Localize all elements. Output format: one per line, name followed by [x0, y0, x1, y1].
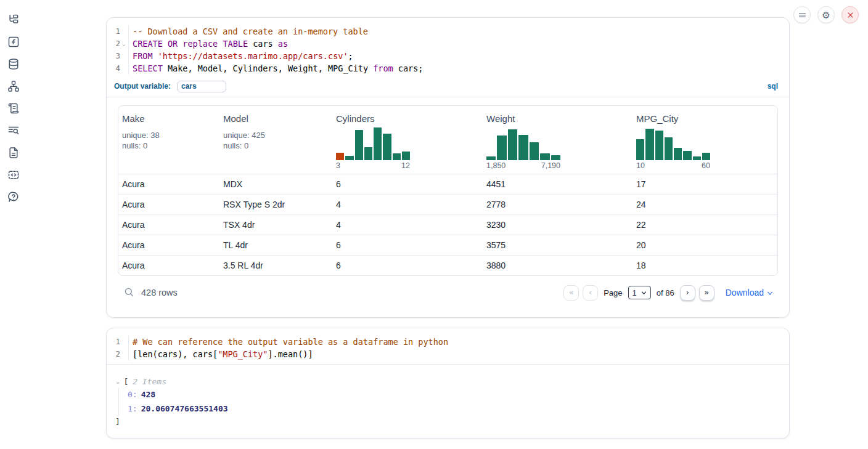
table-cell: 4451: [483, 179, 633, 189]
table-row[interactable]: AcuraTL 4dr6357520: [118, 235, 777, 255]
dependency-graph-icon[interactable]: [7, 80, 20, 92]
histogram-axis: 312: [336, 161, 410, 170]
table-cell: Acura: [118, 200, 219, 209]
item-index: 0:: [128, 390, 137, 399]
histogram-axis: 1,8507,190: [486, 161, 560, 170]
code-line: 2[len(cars), cars["MPG_City"].mean()]: [107, 348, 789, 360]
table-cell: 3880: [483, 261, 633, 270]
gear-icon[interactable]: ⚙: [817, 6, 835, 23]
histogram-bars: [486, 127, 560, 160]
table-row[interactable]: AcuraTSX 4dr4323022: [118, 214, 777, 235]
fold-spacer: [120, 62, 128, 75]
left-sidebar: [0, 0, 27, 449]
column-stat: nulls: 0: [223, 140, 332, 151]
code-line: 1-- Download a CSV and create an in-memo…: [107, 25, 789, 38]
code-token: Make, Model, Cylinders, Weight, MPG_City: [163, 63, 373, 73]
file-tree-icon[interactable]: [7, 14, 20, 26]
fold-spacer: [120, 336, 128, 348]
code-token: 'https://datasets.marimo.app/cars.csv': [158, 51, 348, 61]
output-variable-input[interactable]: [177, 81, 226, 92]
table-cell: 22: [633, 220, 777, 230]
item-value: 428: [141, 390, 155, 399]
column-header-cylinders[interactable]: Cylinders312: [332, 113, 483, 170]
column-header-weight[interactable]: Weight1,8507,190: [483, 113, 633, 170]
code-token: SELECT: [133, 63, 163, 73]
table-body: AcuraMDX6445117AcuraRSX Type S 2dr427782…: [118, 174, 777, 275]
code-token: cars: [248, 39, 278, 49]
code-text: SELECT Make, Model, Cylinders, Weight, M…: [128, 62, 423, 75]
column-header-model[interactable]: Modelunique: 425nulls: 0: [219, 113, 332, 170]
histogram-bar: [364, 147, 372, 160]
line-number: 1: [107, 25, 120, 38]
table-cell: Acura: [118, 220, 219, 230]
column-stat: unique: 425: [223, 130, 332, 140]
function-square-icon[interactable]: [7, 36, 20, 48]
download-button[interactable]: Download: [726, 288, 773, 297]
histogram-bar: [645, 129, 653, 160]
axis-tick-label: 1,850: [486, 161, 506, 170]
document-icon[interactable]: [7, 147, 20, 159]
collapse-chevron-icon[interactable]: ⌄: [115, 378, 120, 385]
table-cell: 3.5 RL 4dr: [219, 261, 332, 270]
code-text: [len(cars), cars["MPG_City"].mean()]: [128, 348, 313, 360]
search-icon[interactable]: [123, 286, 135, 299]
histogram-bar: [551, 155, 560, 160]
open-bracket: [: [123, 377, 128, 386]
close-icon[interactable]: [841, 6, 859, 23]
page-total-label: of 86: [657, 288, 674, 297]
row-count-label: 428 rows: [141, 288, 178, 297]
table-cell: 3230: [483, 220, 633, 230]
code-token: cars;: [393, 63, 424, 73]
snippets-icon[interactable]: [7, 169, 20, 181]
table-cell: Acura: [118, 261, 219, 270]
column-histogram: 1,8507,190: [486, 127, 560, 170]
code-text: FROM 'https://datasets.marimo.app/cars.c…: [128, 50, 353, 62]
logs-search-icon[interactable]: [7, 124, 20, 137]
code-token: # We can reference the output variable a…: [133, 337, 448, 347]
next-page-button[interactable]: ›: [680, 285, 695, 301]
previous-page-button[interactable]: ‹: [583, 285, 598, 301]
axis-tick-label: 3: [336, 161, 340, 170]
histogram-bar: [393, 153, 401, 160]
column-header-make[interactable]: Makeunique: 38nulls: 0: [118, 113, 219, 170]
output-variable-label: Output variable:: [114, 82, 171, 91]
histogram-bars: [336, 127, 410, 160]
column-header-mpg_city[interactable]: MPG_City1060: [633, 113, 777, 170]
column-name: Cylinders: [336, 113, 483, 124]
histogram-bar: [374, 127, 382, 160]
menu-icon[interactable]: [793, 6, 811, 23]
column-histogram: 1060: [636, 127, 710, 170]
table-cell: 18: [633, 261, 777, 270]
sql-code-editor[interactable]: 1-- Download a CSV and create an in-memo…: [107, 18, 789, 78]
output-tree-items: 0:4281:20.060747663551403: [118, 388, 789, 416]
code-token: [163, 39, 168, 49]
code-token: [len(cars), cars[: [133, 349, 218, 359]
database-icon[interactable]: [7, 58, 20, 70]
table-cell: 6: [332, 240, 483, 250]
code-token: ].mean()]: [268, 349, 313, 359]
histogram-bar: [518, 135, 528, 160]
histogram-bar: [355, 130, 363, 160]
histogram-bar: [486, 156, 496, 160]
code-text: CREATE OR replace TABLE cars as: [128, 38, 288, 50]
table-row[interactable]: AcuraRSX Type S 2dr4277824: [118, 194, 777, 214]
page-select[interactable]: 1: [628, 286, 651, 299]
first-page-button[interactable]: «: [563, 285, 579, 301]
last-page-button[interactable]: »: [699, 285, 714, 301]
table-cell: TL 4dr: [219, 240, 332, 250]
scroll-icon[interactable]: [7, 102, 20, 115]
table-cell: RSX Type S 2dr: [219, 200, 332, 209]
output-tree-header: ⌄ [ 2 Items: [115, 374, 789, 388]
window-controls: ⚙: [793, 6, 859, 23]
table-cell: MDX: [219, 179, 332, 189]
help-chat-icon[interactable]: [7, 191, 20, 203]
axis-tick-label: 12: [401, 161, 410, 170]
histogram-bar: [655, 131, 663, 160]
output-variable-row: Output variable: sql: [107, 78, 789, 97]
fold-chevron-icon[interactable]: ⌄: [120, 38, 128, 50]
python-code-editor[interactable]: 1# We can reference the output variable …: [107, 328, 789, 364]
table-cell: TSX 4dr: [219, 220, 332, 230]
table-row[interactable]: AcuraMDX6445117: [118, 174, 777, 194]
column-name: Model: [223, 113, 332, 124]
table-row[interactable]: Acura3.5 RL 4dr6388018: [118, 255, 777, 275]
